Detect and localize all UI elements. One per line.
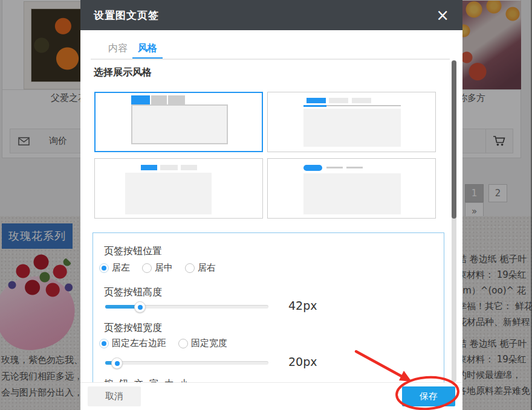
height-value: 42px <box>288 299 317 312</box>
preview-dash <box>326 167 343 168</box>
style-option-tab-pill[interactable] <box>267 158 436 219</box>
radio-fixed-width[interactable]: 固定宽度 <box>178 338 227 349</box>
preview-active-tab <box>131 95 150 104</box>
preview-content <box>131 104 228 144</box>
width-radio-group: 固定左右边距 固定宽度 <box>99 338 239 349</box>
close-icon[interactable]: × <box>436 7 449 23</box>
preview-tab <box>151 95 167 104</box>
save-button[interactable]: 保存 <box>402 386 455 406</box>
modal-header: 设置图文页签 × <box>80 0 462 30</box>
modal-scrollbar-thumb[interactable] <box>452 60 456 219</box>
radio-align-left[interactable]: 居左 <box>99 262 130 274</box>
preview-content <box>303 109 401 147</box>
radio-icon <box>99 263 109 273</box>
preview-content <box>125 173 212 214</box>
style-settings-panel: 页签按钮位置 居左 居中 居右 页签按钮高度 <box>92 232 444 382</box>
modal-footer: 取消 保存 <box>80 382 462 410</box>
width-slider[interactable]: 20px <box>105 357 268 369</box>
field-label-width: 页签按钮宽度 <box>104 322 162 335</box>
radio-align-right[interactable]: 居右 <box>185 262 216 274</box>
settings-modal: 设置图文页签 × 内容 风格 选择展示风格 <box>80 0 462 410</box>
radio-icon <box>142 263 152 273</box>
style-option-tabs-centered[interactable] <box>94 158 263 219</box>
preview-tab <box>160 165 178 170</box>
radio-icon <box>185 263 195 273</box>
radio-icon <box>178 339 188 348</box>
slider-handle[interactable] <box>111 357 123 369</box>
section-title: 选择展示风格 <box>94 66 152 79</box>
slider-track[interactable] <box>105 361 268 365</box>
style-option-tabs-attached-box[interactable] <box>94 92 263 152</box>
modal-title: 设置图文页签 <box>94 8 159 22</box>
preview-active-pill <box>303 165 322 171</box>
modal-body: 内容 风格 选择展示风格 <box>80 30 462 382</box>
preview-tab <box>181 165 197 170</box>
preview-active-tab <box>141 165 157 170</box>
position-radio-group: 居左 居中 居右 <box>99 262 228 274</box>
radio-icon <box>99 339 109 348</box>
tab-content[interactable]: 内容 <box>108 42 128 60</box>
screenshot-stage: 父爱之花 询价 你多方 <box>0 0 532 410</box>
style-option-tabs-left-underline[interactable] <box>267 92 436 152</box>
modal-tabs: 内容 风格 <box>91 42 450 60</box>
height-slider[interactable]: 42px <box>105 301 268 313</box>
radio-align-center[interactable]: 居中 <box>142 262 173 274</box>
field-label-height: 页签按钮高度 <box>104 286 162 299</box>
tab-style[interactable]: 风格 <box>132 42 163 59</box>
cancel-button[interactable]: 取消 <box>88 386 141 406</box>
preview-content <box>303 173 401 214</box>
preview-dash <box>346 167 363 168</box>
slider-handle[interactable] <box>134 301 146 313</box>
preview-tab <box>352 98 371 103</box>
preview-tab <box>329 98 348 103</box>
preview-active-tab <box>307 98 326 103</box>
width-value: 20px <box>288 355 317 368</box>
preview-tab <box>168 95 185 104</box>
field-label-position: 页签按钮位置 <box>104 245 162 258</box>
preview-active-underline <box>303 105 326 107</box>
radio-fixed-margins[interactable]: 固定左右边距 <box>99 338 166 349</box>
field-label-font-size-clipped: 按钮文字大小 <box>104 378 195 382</box>
